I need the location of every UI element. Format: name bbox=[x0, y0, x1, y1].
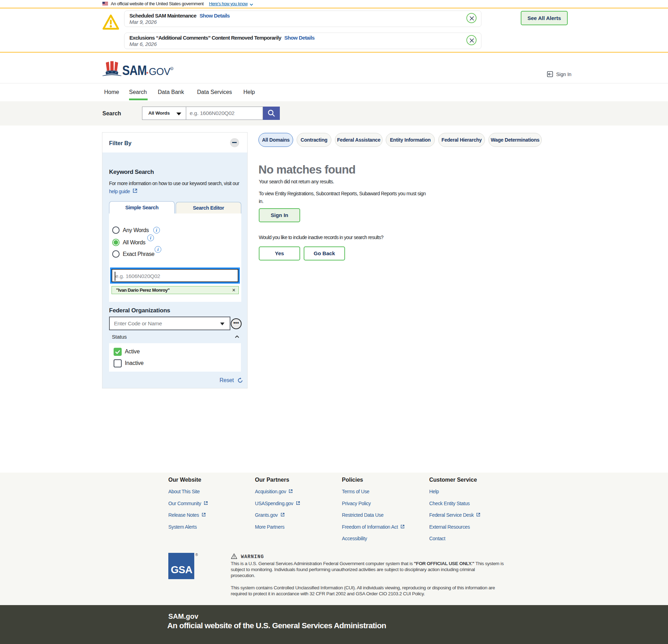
svg-text:R: R bbox=[171, 68, 173, 70]
svg-text:SAM: SAM bbox=[122, 62, 147, 78]
svg-text:GOV: GOV bbox=[149, 66, 171, 77]
